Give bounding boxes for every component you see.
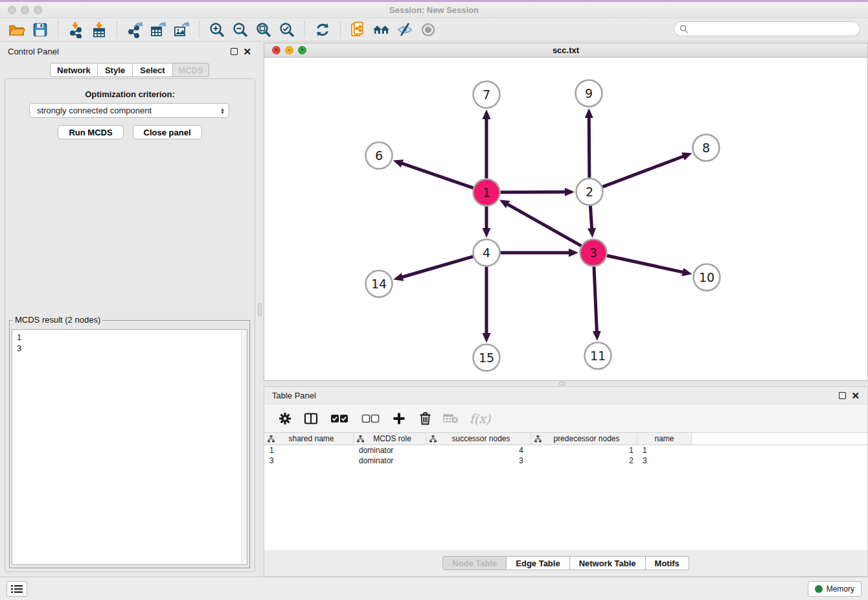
float-table-panel-icon[interactable] <box>839 392 846 399</box>
import-network-button[interactable] <box>64 19 87 40</box>
cell-shared-name[interactable]: 3 <box>264 456 354 465</box>
dropdown-stepper-icon: ▲▼ <box>220 108 225 114</box>
cell-predecessor-nodes[interactable]: 1 <box>531 446 637 455</box>
select-all-columns-button[interactable] <box>329 411 350 426</box>
close-panel-button[interactable]: Close panel <box>133 125 202 139</box>
graph-edge-3-10[interactable] <box>607 256 684 273</box>
graph-edge-arrowhead <box>569 249 578 257</box>
table-panel: Table Panel ✕ <box>264 386 868 577</box>
cell-predecessor-nodes[interactable]: 2 <box>531 456 637 465</box>
vertical-splitter-handle[interactable] <box>258 303 262 316</box>
fx-icon: f(x) <box>470 411 491 426</box>
result-scrollbar[interactable] <box>241 330 247 564</box>
graph-edge-1-2[interactable] <box>500 192 566 192</box>
search-input[interactable] <box>674 21 860 36</box>
cell-mcds-role[interactable]: dominator <box>354 456 426 465</box>
graph-node-label: 11 <box>590 349 606 363</box>
unselect-all-columns-button[interactable] <box>360 411 381 426</box>
tab-style[interactable]: Style <box>98 63 133 77</box>
graph-edge-arrowhead <box>483 110 491 119</box>
cell-shared-name[interactable]: 1 <box>264 446 354 455</box>
export-image-icon <box>173 21 190 38</box>
apply-layout-button[interactable] <box>311 19 334 40</box>
eye-slash-icon <box>396 21 413 38</box>
table-settings-button[interactable] <box>277 411 293 426</box>
float-panel-icon[interactable] <box>231 48 238 55</box>
export-table-button[interactable] <box>146 19 170 40</box>
graph-edge-arrowhead <box>393 159 404 167</box>
network-window-title: scc.txt <box>264 45 867 55</box>
network-graph[interactable]: 7968124314101511 <box>264 58 867 380</box>
clone-network-icon <box>350 21 367 38</box>
toolbar-separator <box>58 21 58 38</box>
tab-motifs[interactable]: Motifs <box>646 556 689 570</box>
open-file-button[interactable] <box>5 19 29 40</box>
column-header-predecessor-nodes[interactable]: predecessor nodes <box>531 433 637 444</box>
cell-name[interactable]: 1 <box>637 446 692 455</box>
save-session-button[interactable] <box>29 19 52 40</box>
graph-edge-2-9[interactable] <box>589 117 589 178</box>
hide-graphics-details-button[interactable] <box>393 19 417 40</box>
close-panel-icon[interactable]: ✕ <box>243 48 251 55</box>
trash-icon <box>419 411 431 425</box>
optimization-criterion-label: Optimization criterion: <box>5 89 255 99</box>
export-network-icon <box>126 21 143 38</box>
zoom-out-button[interactable] <box>229 19 252 40</box>
tab-network-table[interactable]: Network Table <box>570 556 646 570</box>
cell-successor-nodes[interactable]: 4 <box>426 446 531 455</box>
org-chart-icon <box>357 435 364 443</box>
graph-edge-arrowhead <box>593 331 601 341</box>
graph-edge-3-1[interactable] <box>507 204 581 246</box>
show-graphics-details-button[interactable] <box>417 19 440 40</box>
graph-node-label: 7 <box>483 87 490 102</box>
tab-select[interactable]: Select <box>133 63 173 77</box>
graph-edge-4-14[interactable] <box>402 257 474 277</box>
criterion-dropdown[interactable]: strongly connected component ▲▼ <box>29 103 229 118</box>
column-header-shared-name[interactable]: shared name <box>264 433 354 444</box>
graph-edge-2-3[interactable] <box>590 205 591 229</box>
run-mcds-button[interactable]: Run MCDS <box>58 125 123 139</box>
network-canvas[interactable]: 7968124314101511 <box>264 58 867 380</box>
graph-edge-3-11[interactable] <box>594 266 597 332</box>
search-icon <box>680 25 689 34</box>
tab-node-table[interactable]: Node Table <box>442 556 507 570</box>
zoom-selected-button[interactable] <box>275 19 299 40</box>
org-chart-icon <box>268 435 275 443</box>
toggle-panel-layout-button[interactable] <box>303 411 319 426</box>
task-history-button[interactable] <box>6 581 27 597</box>
main-toolbar <box>0 18 868 41</box>
tab-network[interactable]: Network <box>50 63 98 77</box>
column-header-name[interactable]: name <box>637 433 692 444</box>
mcds-result-group: MCDS result (2 nodes) 1 3 <box>9 320 250 568</box>
cell-successor-nodes[interactable]: 3 <box>426 456 531 465</box>
delete-column-button[interactable] <box>417 411 433 426</box>
tab-mcds[interactable]: MCDS <box>173 63 209 77</box>
org-chart-icon <box>429 435 437 443</box>
graph-edge-1-6[interactable] <box>401 163 474 188</box>
close-table-panel-icon[interactable]: ✕ <box>851 392 860 399</box>
gear-icon <box>279 412 291 425</box>
zoom-fit-button[interactable] <box>252 19 275 40</box>
graph-edge-arrowhead <box>565 188 575 196</box>
zoom-in-button[interactable] <box>205 19 229 40</box>
graph-node-label: 6 <box>375 148 383 163</box>
table-row[interactable]: 3 dominator 3 2 3 <box>264 456 867 466</box>
column-header-mcds-role[interactable]: MCDS role <box>354 433 426 444</box>
export-network-button[interactable] <box>123 19 146 40</box>
tab-edge-table[interactable]: Edge Table <box>507 556 569 570</box>
table-row[interactable]: 1 dominator 4 1 1 <box>264 445 867 456</box>
graph-edge-2-8[interactable] <box>602 156 684 187</box>
create-column-button[interactable] <box>391 411 407 426</box>
import-table-button[interactable] <box>87 19 111 40</box>
show-network-overview-button[interactable] <box>370 19 393 40</box>
memory-button[interactable]: Memory <box>808 581 862 597</box>
column-header-successor-nodes[interactable]: successor nodes <box>426 433 531 444</box>
toolbar-separator <box>117 21 117 38</box>
cell-mcds-role[interactable]: dominator <box>354 446 426 455</box>
export-image-button[interactable] <box>170 19 193 40</box>
network-window-titlebar: × − + scc.txt <box>264 43 867 58</box>
delete-table-button-disabled <box>443 411 459 426</box>
horizontal-splitter-handle[interactable] <box>559 382 565 386</box>
cell-name[interactable]: 3 <box>637 456 692 465</box>
clone-network-button[interactable] <box>347 19 370 40</box>
